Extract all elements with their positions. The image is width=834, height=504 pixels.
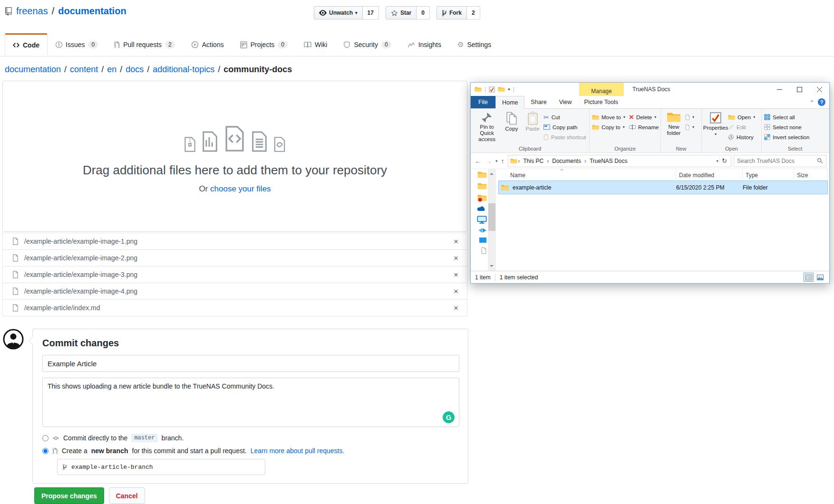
paste-shortcut-button[interactable]: Paste shortcut [543,133,586,142]
folder-icon[interactable] [475,86,482,92]
edit-button[interactable]: Edit [728,123,755,132]
select-none-button[interactable]: Select none [764,123,809,132]
onedrive-icon[interactable] [477,206,487,212]
new-branch-radio[interactable] [42,448,48,454]
creative-cloud-folder-icon[interactable] [477,194,487,202]
folder-icon[interactable] [477,182,487,190]
tab-insights[interactable]: Insights [399,33,449,56]
history-button[interactable]: History [728,133,755,142]
tab-actions[interactable]: Actions [183,33,232,56]
breadcrumb-root[interactable]: documentation [5,65,61,75]
new-folder-button[interactable]: New folder [663,110,684,136]
details-view-button[interactable] [804,273,814,282]
maximize-button[interactable] [789,83,809,96]
scroll-down-icon[interactable] [490,265,494,269]
back-icon[interactable]: ← [474,157,482,165]
minimize-button[interactable] [769,83,789,96]
tab-home[interactable]: Home [495,96,524,109]
unwatch-button[interactable]: Unwatch ▾ [314,6,363,19]
new-item-button[interactable]: ▾ [685,113,694,122]
properties-button[interactable]: Properties ▾ [704,110,727,136]
properties-check-icon[interactable] [489,86,495,93]
remove-file-icon[interactable]: × [454,304,458,312]
column-size[interactable]: Size [794,169,827,181]
grammarly-icon[interactable]: G [443,411,455,423]
nav-scrollbar[interactable] [488,169,496,271]
collapse-ribbon-icon[interactable]: ^ [811,99,813,105]
copy-to-button[interactable]: Copy to ▾ [592,123,625,132]
star-button[interactable]: Star [386,6,417,19]
column-date-modified[interactable]: Date modified [676,169,743,181]
folder-icon[interactable] [498,86,505,92]
address-dropdown-caret-icon[interactable]: ▾ [717,159,719,163]
tab-file[interactable]: File [471,96,495,108]
tab-picture-tools[interactable]: Picture Tools [578,96,624,108]
delete-button[interactable]: × Delete ▾ [629,113,659,122]
tab-issues[interactable]: Issues 0 [48,33,106,56]
tab-code[interactable]: Code [5,33,48,56]
qat-customize-caret-icon[interactable]: ▾ [508,87,510,92]
tab-wiki[interactable]: Wiki [296,33,335,56]
tab-view[interactable]: View [553,96,578,108]
network-drive-icon[interactable] [478,228,487,233]
close-button[interactable] [809,83,829,96]
scroll-up-icon[interactable] [490,171,494,175]
rename-button[interactable]: Rename [629,123,659,132]
address-box[interactable]: › This PC › Documents › TrueNAS Docs ▾ ↻ [508,155,731,167]
thumbnail-view-button[interactable] [815,273,825,282]
manage-contextual-tab[interactable]: Manage [579,83,624,96]
fork-button[interactable]: Fork [436,6,467,19]
navigation-pane[interactable] [471,169,488,271]
file-row-selected[interactable]: example-article 6/15/2020 2:25 PM File f… [499,181,827,194]
learn-more-link[interactable]: Learn more about pull requests. [251,447,345,455]
star-count[interactable]: 0 [417,6,430,19]
document-icon[interactable] [481,247,487,254]
address-crumb-documents[interactable]: Documents [550,158,583,164]
remove-file-icon[interactable]: × [454,254,458,262]
address-crumb-this-pc[interactable]: This PC [521,158,546,164]
tab-security[interactable]: Security 0 [335,33,399,56]
easy-access-button[interactable]: ▾ [685,123,694,132]
pin-to-quick-access-button[interactable]: Pin to Quick access [473,110,501,143]
branch-name-input[interactable] [71,464,260,471]
breadcrumb-en[interactable]: en [107,65,116,75]
remove-file-icon[interactable]: × [454,287,458,295]
help-icon[interactable]: ? [818,98,825,106]
breadcrumb-content[interactable]: content [70,65,98,75]
folder-icon[interactable] [477,171,487,179]
removable-drive-icon[interactable] [479,237,487,243]
file-drop-zone[interactable]: Drag additional files here to add them t… [2,81,467,232]
address-crumb-truenas-docs[interactable]: TrueNAS Docs [587,158,630,164]
paste-button[interactable]: Paste [523,110,543,132]
invert-selection-button[interactable]: Invert selection [764,133,809,142]
column-name[interactable]: Name ^ [499,169,676,181]
select-all-button[interactable]: Select all [764,113,809,122]
tab-share[interactable]: Share [524,96,553,108]
breadcrumb-additional-topics[interactable]: additional-topics [153,65,214,75]
commit-title-input[interactable] [42,355,459,372]
this-pc-icon[interactable] [477,216,487,224]
watch-count[interactable]: 17 [363,6,379,19]
tab-projects[interactable]: Projects 0 [232,33,296,56]
propose-changes-button[interactable]: Propose changes [34,487,104,504]
copy-button[interactable]: Copy [502,110,522,132]
column-type[interactable]: Type [743,169,794,181]
recent-locations-caret-icon[interactable]: ▾ [495,159,498,163]
up-icon[interactable]: ↑ [500,157,505,165]
tab-settings[interactable]: ⚙ Settings [449,33,499,56]
forward-icon[interactable]: → [485,157,493,165]
move-to-button[interactable]: Move to ▾ [592,113,625,122]
search-icon[interactable] [817,158,823,164]
cut-button[interactable]: ✂ Cut [543,113,586,122]
repo-owner-link[interactable]: freenas [16,6,48,17]
title-bar[interactable]: | ▾ | Manage TrueNAS Docs [471,83,829,96]
tab-pull-requests[interactable]: Pull requests 2 [106,33,183,56]
commit-direct-radio[interactable] [42,435,48,441]
copy-path-button[interactable]: Copy path [543,123,586,132]
scrollbar-thumb[interactable] [488,203,495,231]
breadcrumb-docs[interactable]: docs [126,65,144,75]
search-input[interactable] [737,158,815,164]
choose-files-link[interactable]: choose your files [210,184,271,193]
remove-file-icon[interactable]: × [454,271,458,279]
commit-message-textarea[interactable]: This shows uploading a new article bundl… [42,378,459,427]
